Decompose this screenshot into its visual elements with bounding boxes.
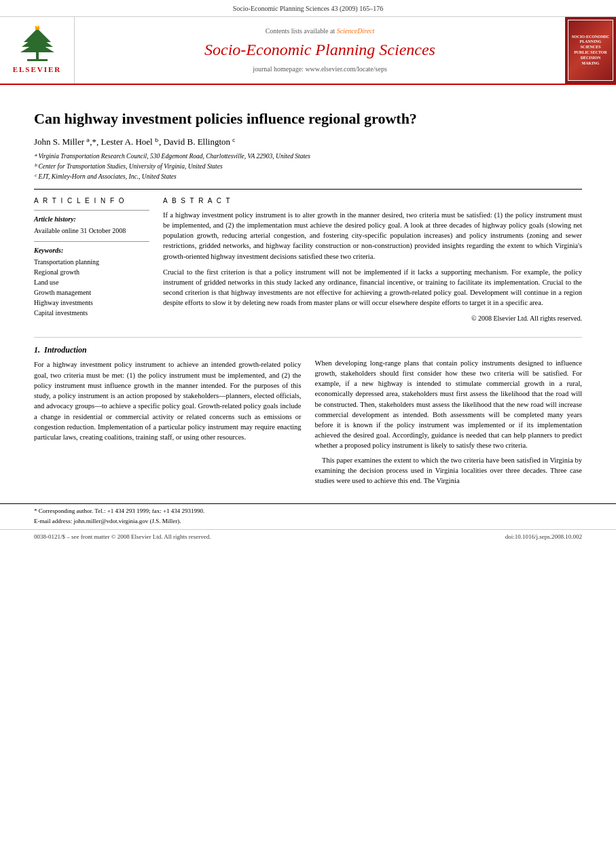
header-main: ELSEVIER Contents lists available at Sci…	[0, 17, 616, 84]
cover-image: SOCIO-ECONOMIC PLANNING SCIENCES PUBLIC …	[568, 20, 613, 81]
author-names: John S. Miller ᵃ,*, Lester A. Hoel ᵇ, Da…	[34, 137, 236, 147]
keyword-1: Transportation planning	[34, 257, 149, 267]
intro-para-2: When developing long-range plans that co…	[315, 358, 583, 451]
corresponding-note: * Corresponding author. Tel.: +1 434 293…	[34, 507, 582, 516]
section1-number: 1.	[34, 345, 40, 355]
copyright: © 2008 Elsevier Ltd. All rights reserved…	[163, 314, 582, 323]
svg-rect-1	[27, 59, 48, 61]
journal-title: Socio-Economic Planning Sciences	[204, 39, 435, 62]
info-divider-2	[34, 241, 149, 242]
affiliation-a: ᵃ Virginia Transportation Research Counc…	[34, 152, 582, 161]
journal-cover: SOCIO-ECONOMIC PLANNING SCIENCES PUBLIC …	[565, 17, 616, 84]
header-divider	[34, 189, 582, 190]
footer-rights: 0038-0121/$ – see front matter © 2008 El…	[34, 533, 211, 541]
footer-doi: doi:10.1016/j.seps.2008.10.002	[505, 533, 582, 541]
journal-homepage: journal homepage: www.elsevier.com/locat…	[253, 65, 387, 74]
authors: John S. Miller ᵃ,*, Lester A. Hoel ᵇ, Da…	[34, 136, 582, 148]
keyword-5: Highway investments	[34, 298, 149, 308]
abstract-para-2: Crucial to the first criterion is that a…	[163, 267, 582, 308]
paper-title: Can highway investment policies influenc…	[34, 109, 582, 129]
abstract-text: If a highway investment policy instrumen…	[163, 210, 582, 308]
affiliation-b: ᵇ Center for Transportation Studies, Uni…	[34, 162, 582, 171]
article-info-heading: A R T I C L E I N F O	[34, 196, 149, 206]
section1-title: 1. Introduction	[34, 344, 302, 356]
affiliation-c: ᶜ EJT, Kimley-Horn and Associates, Inc.,…	[34, 173, 582, 181]
history-label: Article history:	[34, 215, 149, 224]
article-info: A R T I C L E I N F O Article history: A…	[34, 196, 149, 323]
cover-title: SOCIO-ECONOMIC PLANNING SCIENCES PUBLIC …	[571, 35, 610, 67]
journal-citation: Socio-Economic Planning Sciences 43 (200…	[233, 5, 383, 12]
article-left-col: 1. Introduction For a highway investment…	[34, 344, 302, 490]
keyword-2: Regional growth	[34, 268, 149, 277]
svg-marker-4	[20, 42, 54, 52]
keyword-3: Land use	[34, 278, 149, 287]
intro-para-1: For a highway investment policy instrume…	[34, 359, 302, 442]
article-right-col: When developing long-range plans that co…	[315, 344, 583, 490]
email-note: E-mail address: john.miller@vdot.virgini…	[34, 517, 582, 526]
elsevier-logo: ELSEVIER	[0, 17, 75, 84]
info-abstract-section: A R T I C L E I N F O Article history: A…	[34, 196, 582, 323]
page-wrapper: Socio-Economic Planning Sciences 43 (200…	[0, 0, 616, 841]
abstract-heading: A B S T R A C T	[163, 196, 582, 206]
elsevier-tree-icon	[14, 25, 61, 62]
intro-para-3: This paper examines the extent to which …	[315, 455, 583, 486]
footnotes: * Corresponding author. Tel.: +1 434 293…	[0, 503, 616, 529]
keywords-label: Keywords:	[34, 246, 149, 255]
article-body: 1. Introduction For a highway investment…	[0, 338, 616, 504]
keyword-4: Growth management	[34, 288, 149, 298]
article-columns: 1. Introduction For a highway investment…	[34, 344, 582, 490]
history-value: Available online 31 October 2008	[34, 226, 149, 236]
info-divider-1	[34, 210, 149, 211]
keyword-6: Capital investments	[34, 308, 149, 318]
abstract-para-1: If a highway investment policy instrumen…	[163, 210, 582, 262]
journal-title-area: Contents lists available at ScienceDirec…	[75, 17, 565, 84]
paper-content: Can highway investment policies influenc…	[0, 85, 616, 337]
sciencedirect-link: ScienceDirect	[337, 27, 375, 35]
top-bar: Socio-Economic Planning Sciences 43 (200…	[0, 3, 616, 17]
abstract-section: A B S T R A C T If a highway investment …	[163, 196, 582, 323]
contents-line: Contents lists available at ScienceDirec…	[266, 26, 375, 36]
section1-name: Introduction	[44, 345, 87, 355]
section1-left-text: For a highway investment policy instrume…	[34, 359, 302, 442]
contents-text: Contents lists available at	[266, 27, 337, 35]
journal-header: Socio-Economic Planning Sciences 43 (200…	[0, 0, 616, 85]
page-footer: 0038-0121/$ – see front matter © 2008 El…	[0, 529, 616, 544]
section1-right-text: When developing long-range plans that co…	[315, 358, 583, 486]
elsevier-text: ELSEVIER	[13, 65, 62, 75]
